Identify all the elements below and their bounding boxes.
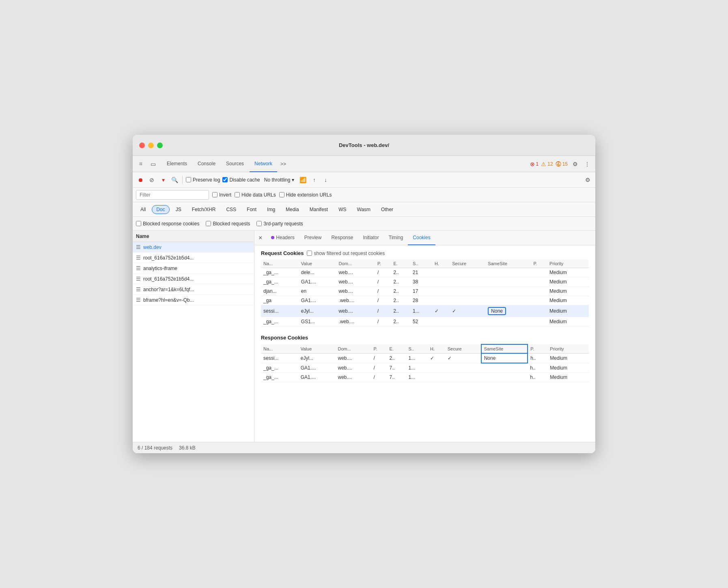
wifi-icon[interactable]: 📶 — [298, 175, 307, 184]
col-secure: Secure — [445, 344, 481, 353]
file-item-root2[interactable]: ☰ root_616a752e1b5d4... — [133, 274, 254, 284]
file-item-bframe[interactable]: ☰ bframe?hl=en&v=-Qb... — [133, 295, 254, 305]
col-value: Value — [298, 344, 336, 353]
table-row[interactable]: _ga_... GA1.... web.... / 2.. 38 Med — [261, 277, 589, 287]
third-party-checkbox[interactable]: 3rd-party requests — [256, 221, 303, 227]
detail-tab-preview[interactable]: Preview — [299, 231, 327, 245]
request-cookies-table: Na... Value Dom... P. E. S.. H. Secure S… — [261, 259, 589, 326]
filter-input[interactable] — [136, 190, 209, 200]
blocked-cookies-checkbox[interactable]: Blocked response cookies — [136, 221, 199, 227]
blocked-requests-checkbox[interactable]: Blocked requests — [206, 221, 250, 227]
close-traffic-light[interactable] — [139, 143, 145, 148]
download-icon[interactable]: ↓ — [321, 175, 330, 184]
cursor-icon[interactable]: ⌗ — [136, 159, 146, 169]
file-name: bframe?hl=en&v=-Qb... — [143, 297, 194, 303]
file-icon: ☰ — [136, 255, 141, 261]
table-row[interactable]: djan... en web.... / 2.. 17 Medium — [261, 287, 589, 296]
clear-icon[interactable]: ⊘ — [147, 175, 156, 184]
col-partitioned: P. — [528, 344, 547, 353]
requests-count: 6 / 184 requests — [138, 445, 172, 451]
type-btn-js[interactable]: JS — [171, 205, 186, 214]
table-row[interactable]: _ga_... GS1... .web.... / 2.. 52 Med — [261, 317, 589, 326]
type-btn-ws[interactable]: WS — [334, 205, 351, 214]
col-domain: Dom... — [335, 344, 371, 353]
table-row[interactable]: _ga_... dele... web.... / 2.. 21 Med — [261, 268, 589, 277]
minimize-traffic-light[interactable] — [148, 143, 154, 148]
response-samesite-none: None — [484, 355, 496, 361]
preserve-log-checkbox[interactable]: Preserve log — [186, 177, 220, 183]
more-options-icon[interactable]: ⋮ — [582, 159, 592, 169]
file-name: anchor?ar=1&k=6Lfqf... — [143, 287, 194, 292]
tab-sources[interactable]: Sources — [221, 156, 249, 172]
settings-icon[interactable]: ⚙ — [570, 159, 580, 169]
throttling-dropdown[interactable]: No throttling ▾ — [263, 176, 296, 184]
detail-tab-initiator[interactable]: Initiator — [358, 231, 383, 245]
col-partitioned: P. — [531, 259, 547, 268]
maximize-traffic-light[interactable] — [157, 143, 163, 148]
file-item-webdev[interactable]: ☰ web.dev — [133, 242, 254, 253]
file-name: analytics-iframe — [143, 266, 177, 271]
invert-checkbox[interactable]: Invert — [212, 192, 231, 198]
stop-recording-icon[interactable]: ⏺ — [136, 175, 145, 184]
type-btn-font[interactable]: Font — [242, 205, 261, 214]
col-secure: Secure — [450, 259, 485, 268]
col-priority: Priority — [547, 259, 589, 268]
main-area: Name ☰ web.dev ☰ root_616a752e1b5d4... ☰… — [133, 231, 595, 442]
type-btn-fetch-xhr[interactable]: Fetch/XHR — [187, 205, 220, 214]
col-path: P. — [375, 259, 391, 268]
table-row-highlighted[interactable]: sessi... eJyl... web.... / 2.. 1... ✓ ✓ … — [261, 305, 589, 317]
tab-network[interactable]: Network — [250, 156, 277, 172]
type-btn-img[interactable]: Img — [263, 205, 280, 214]
detail-tab-timing[interactable]: Timing — [384, 231, 408, 245]
tab-console[interactable]: Console — [193, 156, 220, 172]
detail-panel: × Headers Preview Response Initiator Tim… — [254, 231, 595, 442]
table-header-row: Na... Value Dom... P. E. S.. H. Secure S… — [261, 344, 589, 353]
settings-network-icon[interactable]: ⚙ — [583, 175, 592, 184]
type-btn-doc[interactable]: Doc — [152, 205, 169, 214]
warning-icon: ⚠ — [541, 161, 546, 167]
traffic-lights — [139, 143, 163, 148]
col-path: P. — [371, 344, 387, 353]
file-item-analytics[interactable]: ☰ analytics-iframe — [133, 263, 254, 274]
detail-tabs: × Headers Preview Response Initiator Tim… — [254, 231, 595, 245]
table-row[interactable]: sessi... eJyl... web.... / 2.. 1... ✓ ✓ … — [261, 353, 589, 363]
col-name: Na... — [261, 344, 298, 353]
close-detail-button[interactable]: × — [258, 234, 263, 242]
file-name: root_616a752e1b5d4... — [143, 255, 194, 261]
file-item-anchor[interactable]: ☰ anchor?ar=1&k=6Lfqf... — [133, 284, 254, 295]
type-btn-manifest[interactable]: Manifest — [305, 205, 332, 214]
device-toggle-icon[interactable]: ▭ — [148, 159, 158, 169]
search-icon[interactable]: 🔍 — [170, 175, 179, 184]
col-expires: E. — [387, 344, 406, 353]
type-btn-all[interactable]: All — [136, 205, 150, 214]
cookies-content: Request Cookies show filtered out reques… — [254, 245, 595, 442]
table-row[interactable]: _ga_... GA1.... web.... / 7.. 1... h.. — [261, 363, 589, 372]
col-domain: Dom... — [336, 259, 375, 268]
type-btn-wasm[interactable]: Wasm — [353, 205, 375, 214]
col-expires: E. — [391, 259, 410, 268]
detail-tab-cookies[interactable]: Cookies — [408, 231, 435, 245]
tab-bar-icons: ⌗ ▭ — [136, 159, 158, 169]
detail-tab-response[interactable]: Response — [326, 231, 358, 245]
table-row[interactable]: _ga_... GA1.... web.... / 7.. 1... h.. — [261, 372, 589, 382]
upload-icon[interactable]: ↑ — [310, 175, 319, 184]
file-name: root_616a752e1b5d4... — [143, 276, 194, 282]
purple-dot-icon — [271, 236, 274, 239]
col-httponly: H. — [428, 344, 445, 353]
detail-tab-headers[interactable]: Headers — [266, 231, 299, 245]
hide-data-urls-checkbox[interactable]: Hide data URLs — [235, 192, 276, 198]
type-btn-css[interactable]: CSS — [222, 205, 241, 214]
col-size: S.. — [410, 259, 432, 268]
tab-elements[interactable]: Elements — [162, 156, 192, 172]
tab-more[interactable]: >> — [278, 161, 289, 167]
type-btn-media[interactable]: Media — [281, 205, 304, 214]
type-btn-other[interactable]: Other — [377, 205, 398, 214]
filter-icon[interactable]: ▾ — [159, 175, 168, 184]
response-cookies-title: Response Cookies — [261, 335, 589, 341]
show-filtered-checkbox[interactable]: show filtered out request cookies — [307, 251, 385, 256]
request-cookies-title: Request Cookies show filtered out reques… — [261, 250, 589, 256]
file-item-root1[interactable]: ☰ root_616a752e1b5d4... — [133, 253, 254, 263]
disable-cache-checkbox[interactable]: Disable cache — [222, 177, 260, 183]
table-row[interactable]: _ga GA1.... .web.... / 2.. 28 Medium — [261, 296, 589, 305]
hide-extension-urls-checkbox[interactable]: Hide extension URLs — [279, 192, 332, 198]
